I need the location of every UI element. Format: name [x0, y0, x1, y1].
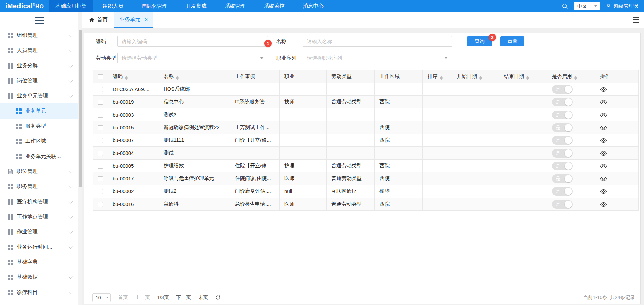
table-header-cell[interactable]: 工作事项: [230, 70, 280, 83]
view-detail-button[interactable]: [600, 138, 607, 143]
enabled-toggle[interactable]: 是: [552, 123, 573, 132]
sidebar-item[interactable]: 业务单元管理: [0, 88, 82, 103]
sort-icon[interactable]: [574, 76, 577, 80]
enabled-toggle[interactable]: 是: [552, 85, 573, 94]
page-size-select[interactable]: 10: [92, 293, 111, 302]
tab-list-menu-icon[interactable]: [633, 17, 639, 23]
occupation-series-select[interactable]: 请选择职业序列: [303, 53, 452, 63]
active-module-tab[interactable]: 基础应用框架: [49, 0, 93, 12]
enabled-toggle[interactable]: 是: [552, 174, 573, 183]
tab-home[interactable]: 首页: [82, 12, 114, 28]
cell-work-area: [375, 83, 423, 96]
row-checkbox[interactable]: [98, 189, 103, 194]
view-detail-button[interactable]: [600, 189, 607, 194]
enabled-toggle[interactable]: 是: [552, 200, 573, 209]
sidebar-scrollbar-thumb[interactable]: [79, 30, 82, 187]
sort-icon[interactable]: [176, 76, 179, 80]
table-header-cell[interactable]: 开始日期: [452, 70, 499, 83]
row-checkbox[interactable]: [98, 113, 103, 118]
top-menu-item[interactable]: 消息中心: [294, 0, 333, 12]
sidebar-item[interactable]: 职位管理: [0, 164, 82, 179]
chevron-down-icon: [69, 199, 73, 204]
sidebar-item[interactable]: 业务分解: [0, 58, 82, 73]
enabled-toggle[interactable]: 是: [552, 149, 573, 158]
enabled-toggle[interactable]: 是: [552, 162, 573, 170]
sidebar-item[interactable]: 业务运行时间...: [0, 239, 82, 255]
sort-icon[interactable]: [479, 76, 482, 80]
sidebar-item[interactable]: 作业管理: [0, 224, 82, 239]
sidebar-item[interactable]: 工作地点管理: [0, 209, 82, 224]
code-input[interactable]: [117, 36, 268, 47]
table-header-cell[interactable]: 结束日期: [499, 70, 547, 83]
reset-button[interactable]: 重置: [500, 36, 524, 46]
sidebar-item[interactable]: 基础数据: [0, 270, 82, 285]
enabled-toggle[interactable]: 是: [552, 98, 573, 106]
table-header-cell[interactable]: 劳动类型: [327, 70, 375, 83]
enabled-toggle[interactable]: 是: [552, 187, 573, 196]
row-checkbox[interactable]: [98, 164, 103, 169]
sidebar-item[interactable]: 服务类型: [0, 119, 82, 134]
view-detail-button[interactable]: [600, 164, 607, 169]
select-all-checkbox[interactable]: [98, 74, 103, 79]
top-menu-item[interactable]: 系统监控: [255, 0, 294, 12]
pagination-link[interactable]: 首页: [118, 294, 128, 301]
table-header-cell[interactable]: 编码: [108, 70, 159, 83]
row-checkbox[interactable]: [98, 87, 103, 92]
tab-close-icon[interactable]: ×: [145, 17, 148, 23]
view-detail-button[interactable]: [600, 202, 607, 207]
sidebar-collapse-icon[interactable]: [35, 17, 44, 24]
top-menu-item[interactable]: 系统管理: [216, 0, 255, 12]
sidebar-item[interactable]: 基础字典: [0, 255, 82, 270]
sidebar-item[interactable]: 业务单元: [0, 103, 82, 119]
view-detail-button[interactable]: [600, 113, 607, 118]
row-checkbox[interactable]: [98, 125, 103, 130]
table-header-cell[interactable]: 是否启用: [547, 70, 595, 83]
table-header-cell[interactable]: 操作: [595, 70, 639, 83]
sidebar-item[interactable]: 医疗机构管理: [0, 194, 82, 209]
view-detail-button[interactable]: [600, 176, 607, 181]
sidebar-item[interactable]: 岗位管理: [0, 73, 82, 88]
sort-icon[interactable]: [125, 76, 128, 80]
table-header-cell[interactable]: 职业: [280, 70, 327, 83]
row-checkbox[interactable]: [98, 202, 103, 207]
view-detail-button[interactable]: [600, 125, 607, 130]
sidebar-item[interactable]: 职务管理: [0, 179, 82, 194]
cell-name: 呼吸与危重症护理单元: [159, 172, 230, 185]
pagination-link[interactable]: 1/3页: [157, 294, 169, 301]
row-checkbox[interactable]: [98, 151, 103, 156]
view-detail-button[interactable]: [600, 100, 607, 105]
enabled-toggle[interactable]: 是: [552, 136, 573, 145]
chevron-down-icon: [594, 5, 597, 7]
sidebar-item[interactable]: 人员管理: [0, 43, 82, 58]
pagination-link[interactable]: 末页: [198, 294, 208, 301]
language-select[interactable]: 中文: [574, 2, 600, 10]
view-detail-button[interactable]: [600, 151, 607, 156]
enabled-toggle[interactable]: 是: [552, 111, 573, 119]
row-checkbox[interactable]: [98, 138, 103, 143]
top-menu-item[interactable]: 开发集成: [177, 0, 216, 12]
name-input[interactable]: [303, 36, 452, 47]
row-checkbox[interactable]: [98, 176, 103, 181]
sort-icon[interactable]: [440, 76, 443, 80]
tab-business-unit[interactable]: 业务单元 ×: [114, 12, 153, 28]
pagination-link[interactable]: 下一页: [176, 294, 191, 301]
labor-type-select[interactable]: 请选择劳动类型: [117, 53, 268, 63]
cell-enabled: 是: [547, 160, 595, 172]
table-header-cell[interactable]: 工作区域: [375, 70, 423, 83]
sidebar-item[interactable]: 业务单元关联...: [0, 149, 82, 164]
search-icon[interactable]: [562, 3, 568, 9]
sidebar-item[interactable]: 工作区域: [0, 134, 82, 149]
sidebar-item[interactable]: 诊疗科目: [0, 285, 82, 300]
toggle-state-label: 是: [556, 137, 560, 143]
sort-icon[interactable]: [526, 76, 529, 80]
user-menu[interactable]: 超级管理员: [606, 3, 639, 9]
sidebar-item[interactable]: 组织管理: [0, 28, 82, 43]
table-header-cell[interactable]: 排序: [423, 70, 452, 83]
row-checkbox[interactable]: [98, 100, 103, 105]
pagination-link[interactable]: 上一页: [135, 294, 150, 301]
top-menu-item[interactable]: 组织人员: [93, 0, 132, 12]
table-header-cell[interactable]: 名称: [159, 70, 230, 83]
top-menu-item[interactable]: 国际化管理: [132, 0, 177, 12]
refresh-icon[interactable]: [215, 295, 220, 300]
view-detail-button[interactable]: [600, 87, 607, 92]
